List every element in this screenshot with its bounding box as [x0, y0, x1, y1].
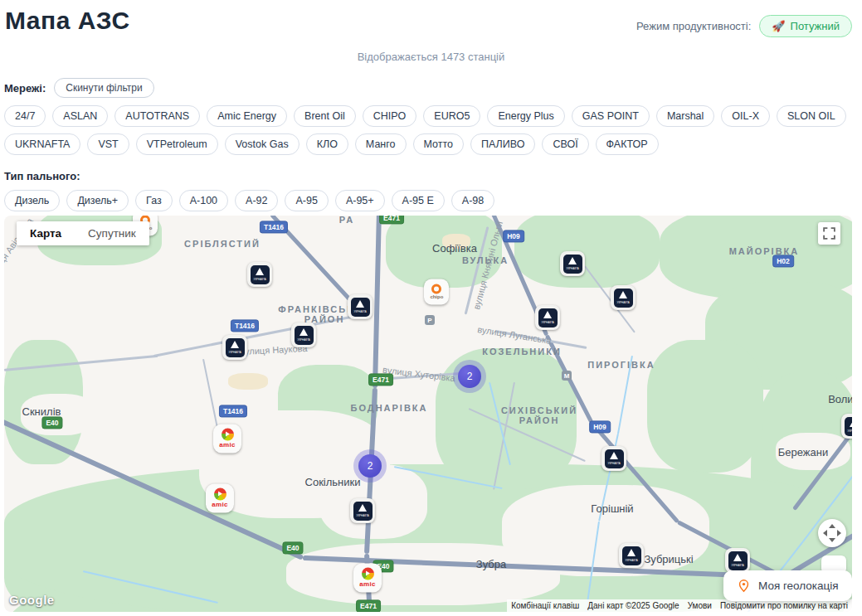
network-chip[interactable]: SLON OIL: [777, 105, 846, 127]
station-marker-ukrnafta[interactable]: УКРНАФТА: [350, 498, 375, 523]
amic-logo-icon: [362, 568, 374, 580]
station-marker-amic[interactable]: amic: [353, 564, 382, 593]
network-chip[interactable]: Marshal: [656, 105, 714, 127]
network-chip[interactable]: СВОЇ: [542, 133, 588, 155]
network-chip[interactable]: CHIPO: [363, 105, 417, 127]
networks-label: Мережі:: [4, 82, 46, 95]
network-chip[interactable]: Манго: [355, 133, 407, 155]
station-marker-ukrnafta[interactable]: УКРНАФТА: [841, 414, 852, 439]
triangle-icon: [619, 291, 627, 298]
fuel-chip[interactable]: Дизель+: [66, 190, 129, 211]
cluster-count: 2: [458, 365, 481, 388]
marker-brand-text: УКРНАФТА: [847, 429, 852, 432]
station-marker-ukrnafta[interactable]: УКРНАФТА: [611, 285, 636, 310]
ukrnafta-logo-icon: УКРНАФТА: [538, 308, 558, 327]
station-marker-ukrnafta[interactable]: УКРНАФТА: [535, 305, 560, 330]
fuel-chip[interactable]: А-100: [179, 190, 228, 211]
station-marker-ukrnafta[interactable]: УКРНАФТА: [348, 294, 373, 319]
network-chip[interactable]: EURO5: [423, 105, 480, 127]
network-chip[interactable]: Amic Energy: [207, 105, 287, 127]
network-chip[interactable]: AUTOTRANS: [114, 105, 200, 127]
pan-right-icon: [837, 530, 841, 536]
performance-mode-value: Потужний: [791, 20, 840, 32]
map-place-label: РА: [339, 216, 354, 225]
map-canvas[interactable]: РАСРІБЛЯСТИЙСофіївкаВУЛЬКАМАЙОРІВКАФРАНК…: [4, 216, 852, 612]
map-place-label: Софіївка: [432, 242, 477, 255]
pan-control[interactable]: [818, 519, 846, 547]
performance-toggle-button[interactable]: 🚀 Потужний: [759, 15, 852, 37]
station-marker-ukrnafta[interactable]: УКРНАФТА: [725, 548, 750, 573]
google-logo[interactable]: Google: [9, 593, 55, 607]
network-chip[interactable]: Мотто: [413, 133, 465, 155]
fuel-chip[interactable]: А-95: [285, 190, 328, 211]
station-cluster[interactable]: 2: [353, 449, 387, 483]
station-marker-ukrnafta[interactable]: УКРНАФТА: [619, 543, 644, 568]
ukrnafta-logo-icon: УКРНАФТА: [226, 338, 245, 357]
station-marker-chipo[interactable]: chipo: [424, 279, 449, 305]
network-chip[interactable]: ФАКТОР: [596, 133, 659, 155]
network-chip[interactable]: VTPetroleum: [136, 133, 218, 155]
network-chip[interactable]: Vostok Gas: [225, 133, 300, 155]
fuel-chip[interactable]: А-98: [451, 190, 494, 211]
network-chip[interactable]: ПАЛИВО: [470, 133, 535, 155]
fuel-chip[interactable]: А-95+: [335, 190, 385, 211]
tab-satellite[interactable]: Супутник: [75, 221, 149, 245]
attribution-item[interactable]: Повідомити про помилку на карті: [716, 599, 852, 612]
road-badge: E471: [356, 599, 381, 612]
reset-filters-button[interactable]: Скинути фільтри: [54, 78, 154, 98]
station-marker-ukrnafta[interactable]: УКРНАФТА: [560, 251, 585, 276]
network-chip[interactable]: OIL-X: [721, 105, 770, 127]
fullscreen-button[interactable]: [818, 222, 840, 245]
station-marker-ukrnafta[interactable]: УКРНАФТА: [222, 335, 247, 360]
map-place-label: Волин: [828, 393, 852, 405]
road-badge: E471: [368, 373, 393, 386]
geolocation-button[interactable]: Моя геолокація: [723, 570, 852, 601]
network-chip[interactable]: Brent Oil: [294, 105, 356, 127]
network-chip[interactable]: UKRNAFTA: [4, 133, 80, 155]
amic-logo-icon: [222, 429, 234, 441]
fuel-chip[interactable]: Газ: [135, 190, 173, 211]
road-badge: E40: [41, 416, 62, 429]
location-pin-icon: [737, 579, 751, 593]
tab-map[interactable]: Карта: [17, 221, 75, 245]
map-place-label: Бережани: [778, 446, 828, 458]
network-chip[interactable]: GAS POINT: [572, 105, 650, 127]
station-marker-amic[interactable]: amic: [213, 424, 241, 454]
ukrnafta-logo-icon: УКРНАФТА: [728, 551, 748, 570]
station-marker-ukrnafta[interactable]: УКРНАФТА: [291, 323, 316, 347]
attribution-item: Дані карт ©2025 Google: [583, 599, 683, 612]
road-badge: T1416: [219, 405, 247, 417]
station-marker-ukrnafta[interactable]: УКРНАФТА: [601, 446, 626, 471]
network-chip[interactable]: ASLAN: [52, 105, 108, 127]
map-street-label: вулиця Княгині Ольги: [471, 220, 504, 310]
attribution-item[interactable]: Умови: [684, 599, 716, 612]
road-badge: H02: [772, 255, 794, 267]
triangle-icon: [610, 452, 618, 459]
triangle-icon: [358, 504, 367, 512]
road-badge: H09: [503, 230, 524, 242]
station-marker-ukrnafta[interactable]: УКРНАФТА: [247, 262, 272, 287]
map-place-label: Горішній: [591, 502, 633, 515]
marker-brand-text: chipo: [430, 294, 443, 300]
marker-brand-text: amic: [219, 441, 235, 449]
network-chip[interactable]: VST: [87, 133, 129, 155]
attribution-item[interactable]: Комбінації клавіш: [507, 599, 583, 612]
pan-left-icon: [823, 530, 827, 536]
map-place-label: Зубрицькі: [644, 553, 693, 565]
network-chip[interactable]: КЛО: [306, 133, 348, 155]
fuel-chip[interactable]: А-95 Е: [392, 190, 445, 211]
ukrnafta-logo-icon: УКРНАФТА: [353, 502, 373, 521]
network-chip[interactable]: 24/7: [4, 105, 46, 127]
network-chip[interactable]: Energy Plus: [487, 105, 564, 127]
ukrnafta-logo-icon: УКРНАФТА: [563, 255, 582, 274]
station-cluster[interactable]: 2: [453, 360, 486, 393]
ukrnafta-logo-icon: УКРНАФТА: [622, 546, 641, 565]
fuel-chip[interactable]: А-92: [235, 190, 278, 211]
map-place-label: Зубра: [476, 558, 506, 570]
cluster-count: 2: [358, 454, 382, 478]
fuel-chip[interactable]: Дизель: [4, 190, 60, 211]
map-place-label: ПИРОГІВКА: [587, 360, 655, 370]
station-marker-amic[interactable]: amic: [206, 484, 234, 513]
marker-brand-text: УКРНАФТА: [731, 564, 743, 566]
ukrnafta-logo-icon: УКРНАФТА: [605, 449, 624, 468]
